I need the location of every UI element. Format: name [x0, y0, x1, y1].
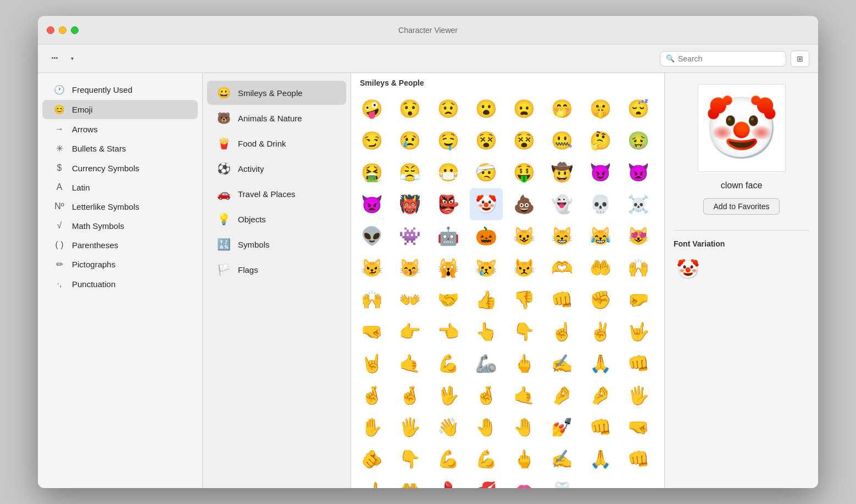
emoji-cell[interactable]: 🤞: [393, 379, 426, 411]
emoji-cell[interactable]: 🤞: [470, 379, 503, 411]
emoji-cell[interactable]: 👉: [393, 316, 426, 348]
emoji-cell[interactable]: 😽: [393, 252, 426, 284]
view-toggle-button[interactable]: ⊞: [791, 51, 809, 67]
emoji-cell[interactable]: 🤚: [470, 411, 503, 443]
emoji-cell[interactable]: 👇: [393, 443, 426, 475]
dropdown-button[interactable]: ▾: [66, 53, 78, 64]
emoji-cell[interactable]: ✍️: [546, 348, 579, 379]
emoji-cell[interactable]: 💄: [432, 475, 465, 488]
emoji-cell[interactable]: 🤝: [432, 284, 465, 316]
emoji-cell[interactable]: 💋: [470, 475, 503, 488]
emoji-cell[interactable]: 👋: [432, 411, 465, 443]
emoji-cell[interactable]: 🖕: [508, 443, 541, 475]
subcategory-item-food[interactable]: 🍟Food & Drink: [207, 131, 346, 155]
emoji-cell[interactable]: 🤫: [584, 93, 617, 125]
more-options-button[interactable]: ···: [47, 51, 62, 66]
emoji-cell[interactable]: 🤢: [622, 125, 655, 156]
emoji-cell[interactable]: 🤪: [355, 93, 388, 125]
emoji-cell[interactable]: ✌️: [584, 316, 617, 348]
emoji-cell[interactable]: 😺: [508, 220, 541, 252]
emoji-cell[interactable]: 👿: [622, 156, 655, 188]
emoji-cell[interactable]: 👊: [584, 411, 617, 443]
emoji-cell[interactable]: ✍️: [546, 443, 579, 475]
emoji-cell[interactable]: 🙏: [584, 348, 617, 379]
emoji-cell[interactable]: 🤞: [355, 379, 388, 411]
emoji-cell[interactable]: 💪: [470, 443, 503, 475]
sidebar-item-latin[interactable]: ALatin: [42, 178, 198, 197]
emoji-cell[interactable]: 😵: [470, 125, 503, 156]
sidebar-item-frequently-used[interactable]: 🕐Frequently Used: [42, 80, 198, 99]
emoji-cell[interactable]: 💩: [508, 188, 541, 220]
font-variation-cell[interactable]: 🤡: [674, 255, 702, 283]
emoji-cell[interactable]: 😻: [622, 220, 655, 252]
emoji-cell[interactable]: 😏: [355, 125, 388, 156]
emoji-cell[interactable]: 👊: [546, 284, 579, 316]
sidebar-item-emoji[interactable]: 😊Emoji: [42, 100, 198, 119]
emoji-cell[interactable]: ✊: [584, 284, 617, 316]
emoji-cell[interactable]: 🤘: [355, 348, 388, 379]
emoji-cell[interactable]: 🤙: [393, 348, 426, 379]
emoji-cell[interactable]: 👾: [393, 220, 426, 252]
emoji-cell[interactable]: 🎃: [470, 220, 503, 252]
emoji-cell[interactable]: 👈: [432, 316, 465, 348]
emoji-cell[interactable]: 🤛: [622, 284, 655, 316]
sidebar-item-letterlike[interactable]: NºLetterlike Symbols: [42, 197, 198, 216]
emoji-cell[interactable]: ☠️: [622, 188, 655, 220]
emoji-cell[interactable]: 👄: [508, 475, 541, 488]
emoji-cell[interactable]: 🤮: [355, 156, 388, 188]
emoji-cell[interactable]: 💀: [584, 188, 617, 220]
emoji-cell[interactable]: 🤤: [432, 125, 465, 156]
emoji-cell[interactable]: 😼: [355, 252, 388, 284]
subcategory-item-flags[interactable]: 🏳️Flags: [207, 257, 346, 282]
emoji-cell[interactable]: 😢: [393, 125, 426, 156]
emoji-cell[interactable]: 🤐: [546, 125, 579, 156]
add-to-favorites-button[interactable]: Add to Favorites: [703, 198, 780, 215]
maximize-button[interactable]: [71, 26, 79, 34]
sidebar-item-pictographs[interactable]: ✏Pictographs: [42, 255, 198, 274]
emoji-cell[interactable]: 😵: [508, 125, 541, 156]
emoji-cell[interactable]: 👊: [622, 443, 655, 475]
emoji-cell[interactable]: 🙀: [432, 252, 465, 284]
sidebar-item-parentheses[interactable]: ( )Parentheses: [42, 236, 198, 254]
subcategory-item-travel[interactable]: 🚗Travel & Places: [207, 182, 346, 206]
emoji-grid-panel[interactable]: Smileys & People 🤪😯😟😮😦🤭🤫😴😏😢🤤😵😵🤐🤔🤢🤮😤😷🤕🤑🤠😈…: [351, 73, 664, 488]
minimize-button[interactable]: [59, 26, 66, 34]
emoji-cell[interactable]: 👻: [546, 188, 579, 220]
emoji-cell[interactable]: 😷: [432, 156, 465, 188]
emoji-cell[interactable]: 🤌: [546, 379, 579, 411]
emoji-cell[interactable]: 🖖: [432, 379, 465, 411]
emoji-cell[interactable]: 🤜: [622, 411, 655, 443]
emoji-cell[interactable]: 🤠: [546, 156, 579, 188]
emoji-cell[interactable]: 🤲: [584, 252, 617, 284]
emoji-cell[interactable]: ☝️: [546, 316, 579, 348]
emoji-cell[interactable]: 🤔: [584, 125, 617, 156]
emoji-cell[interactable]: 😾: [508, 252, 541, 284]
emoji-cell[interactable]: 🤡: [470, 188, 503, 220]
emoji-cell[interactable]: 🤚: [508, 411, 541, 443]
emoji-cell[interactable]: 👍: [470, 284, 503, 316]
emoji-cell[interactable]: 🦾: [470, 348, 503, 379]
emoji-cell[interactable]: 😹: [584, 220, 617, 252]
emoji-cell[interactable]: 🖐: [622, 379, 655, 411]
emoji-cell[interactable]: 💅: [546, 411, 579, 443]
sidebar-item-bullets[interactable]: ✳Bullets & Stars: [42, 139, 198, 158]
emoji-cell[interactable]: 🤕: [470, 156, 503, 188]
emoji-cell[interactable]: 👊: [622, 348, 655, 379]
sidebar-item-math[interactable]: √Math Symbols: [42, 216, 198, 235]
emoji-cell[interactable]: 😿: [470, 252, 503, 284]
sidebar-item-punctuation[interactable]: ·,Punctuation: [42, 275, 198, 293]
emoji-cell[interactable]: 💪: [432, 348, 465, 379]
subcategory-item-animals[interactable]: 🐻Animals & Nature: [207, 106, 346, 130]
sidebar-item-currency[interactable]: $Currency Symbols: [42, 159, 198, 177]
emoji-cell[interactable]: 😈: [584, 156, 617, 188]
emoji-cell[interactable]: 👿: [355, 188, 388, 220]
emoji-cell[interactable]: 🖐️: [393, 411, 426, 443]
subcategory-item-objects[interactable]: 💡Objects: [207, 207, 346, 231]
subcategory-item-smileys[interactable]: 😀Smileys & People: [207, 81, 346, 105]
emoji-cell[interactable]: 🦷: [546, 475, 579, 488]
emoji-cell[interactable]: 🖕: [508, 348, 541, 379]
emoji-cell[interactable]: 🤭: [546, 93, 579, 125]
emoji-cell[interactable]: 🫸: [355, 475, 388, 488]
emoji-cell[interactable]: 🤲: [393, 475, 426, 488]
emoji-cell[interactable]: 👐: [393, 284, 426, 316]
